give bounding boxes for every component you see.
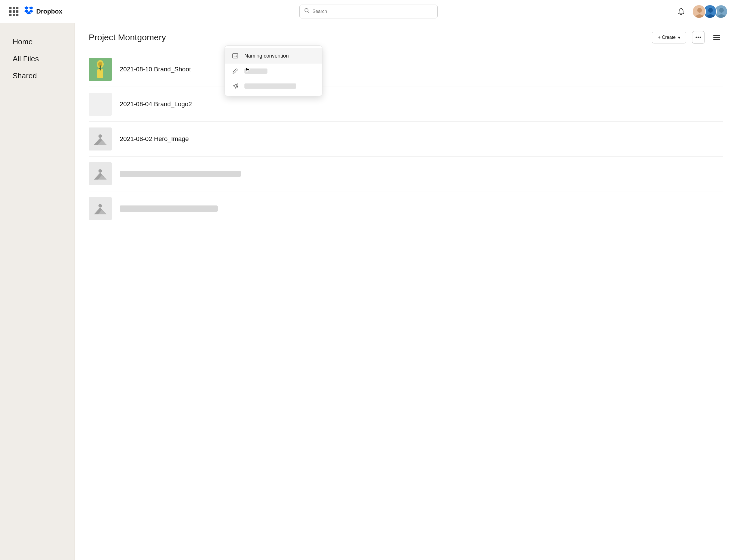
dropdown-item-naming-convention[interactable]: Naming convention	[225, 48, 322, 64]
header-right	[675, 5, 728, 18]
svg-rect-18	[236, 56, 237, 57]
sidebar-item-shared[interactable]: Shared	[9, 68, 65, 83]
dropbox-logo-text: Dropbox	[36, 8, 62, 15]
create-dropdown-icon: ▾	[678, 35, 680, 40]
svg-point-2	[681, 8, 682, 9]
create-button-label: + Create	[658, 35, 676, 40]
svg-point-26	[98, 169, 102, 173]
file-thumbnail	[89, 127, 112, 151]
notification-button[interactable]	[675, 5, 688, 18]
folder-header: Project Montgomery + Create ▾ •••	[75, 23, 737, 52]
file-name: 2021-08-02 Hero_Image	[120, 135, 189, 143]
edit-icon	[232, 68, 239, 74]
naming-convention-icon	[232, 53, 239, 59]
main-layout: Home All Files Shared Project Montgomery…	[0, 23, 737, 560]
sidebar-nav: Home All Files Shared	[9, 35, 65, 83]
app-grid-button[interactable]	[9, 7, 18, 16]
dropdown-item-share[interactable]	[225, 79, 322, 94]
file-row[interactable]	[89, 157, 723, 191]
dropbox-logo-icon	[24, 6, 33, 16]
file-row[interactable]: 2021-08-10 Brand_Shoot	[89, 52, 723, 87]
header-search	[62, 5, 675, 18]
dropdown-naming-label: Naming convention	[244, 53, 289, 59]
file-name-placeholder	[120, 205, 218, 212]
search-icon	[304, 8, 309, 15]
file-row[interactable]	[89, 191, 723, 226]
file-row[interactable]: 2021-08-02 Hero_Image	[89, 122, 723, 157]
dropdown-menu: Naming convention	[224, 45, 322, 96]
svg-point-29	[98, 204, 102, 207]
search-container[interactable]	[299, 5, 438, 18]
more-options-button[interactable]: •••	[692, 31, 705, 44]
file-thumbnail	[89, 93, 112, 116]
view-toggle-button[interactable]	[711, 31, 723, 44]
create-button[interactable]: + Create ▾	[652, 32, 686, 43]
share-text-placeholder	[244, 83, 296, 89]
sidebar-item-home[interactable]: Home	[9, 35, 65, 49]
sidebar: Home All Files Shared	[0, 23, 75, 560]
file-thumbnail	[89, 162, 112, 185]
rename-text-placeholder	[244, 68, 267, 74]
file-thumbnail	[89, 197, 112, 220]
app-header: Dropbox	[0, 0, 737, 23]
more-icon: •••	[695, 34, 701, 41]
file-thumbnail	[89, 58, 112, 81]
svg-point-4	[697, 8, 702, 13]
svg-point-10	[719, 8, 724, 13]
svg-point-22	[98, 62, 102, 67]
avatar-user1[interactable]	[692, 5, 706, 18]
folder-title: Project Montgomery	[89, 33, 646, 42]
svg-point-7	[708, 8, 713, 13]
file-row[interactable]: 2021-08-04 Brand_Logo2	[89, 87, 723, 122]
main-content: Project Montgomery + Create ▾ •••	[75, 23, 737, 560]
share-icon	[232, 83, 239, 89]
file-name: 2021-08-04 Brand_Logo2	[120, 100, 192, 108]
header-left: Dropbox	[9, 6, 62, 16]
search-input[interactable]	[312, 9, 433, 14]
sidebar-item-all-files[interactable]: All Files	[9, 52, 65, 66]
svg-line-1	[308, 12, 309, 13]
user-avatars	[692, 5, 728, 18]
svg-point-23	[98, 134, 102, 138]
dropbox-logo[interactable]: Dropbox	[24, 6, 62, 16]
file-name: 2021-08-10 Brand_Shoot	[120, 66, 191, 73]
file-name-placeholder	[120, 171, 241, 177]
dropdown-item-rename[interactable]	[225, 64, 322, 79]
file-list: 2021-08-10 Brand_Shoot	[75, 52, 737, 226]
